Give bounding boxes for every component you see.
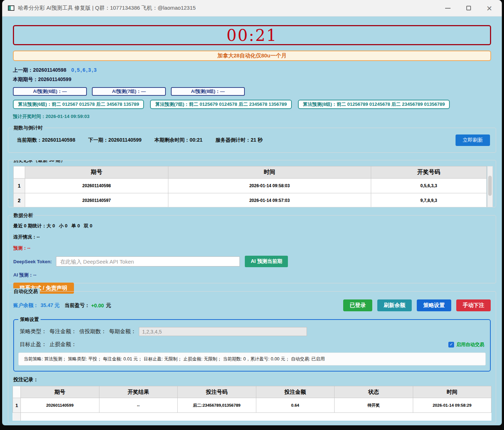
countdown-display: 00:21 — [13, 25, 491, 45]
minimize-button[interactable] — [437, 1, 458, 15]
remaining-time: 本期剩余时间：00:21 — [154, 137, 202, 143]
bets-col-period[interactable]: 期号 — [21, 386, 99, 398]
window-controls: × — [437, 1, 500, 15]
app-window: 哈希分分彩 AI预测工具 修复版 | Q群：1077134386 飞机：@lao… — [2, 0, 502, 425]
auto-trade-toggle[interactable]: ✓ 启用自动交易 — [448, 341, 484, 348]
bets-cell-amount: 0.64 — [256, 398, 335, 413]
bets-empty-rowhdr — [13, 413, 21, 421]
auto-trade-checkbox[interactable]: ✓ — [448, 342, 454, 348]
countdown-section: 期数与倒计时 当前期数：202601140598 下一期：20260114059… — [8, 128, 496, 153]
refresh-balance-button[interactable]: 刷新余额 — [377, 299, 412, 311]
deepseek-token-input[interactable] — [56, 256, 240, 266]
bets-col-result[interactable]: 开奖结果 — [99, 386, 178, 398]
promo-banner-text: 加拿大28自动化仅80u一个月 — [218, 52, 287, 59]
logged-in-button[interactable]: 已登录 — [343, 299, 372, 311]
history-col-result[interactable]: 开奖号码 — [371, 166, 487, 179]
history-cell-result: 9,7,8,9,3 — [371, 193, 487, 208]
previous-draw-numbers: 0,5,6,3,3 — [71, 67, 98, 73]
strategy-box-title: 策略设置 — [18, 316, 41, 323]
history-header-row: 期号 时间 开奖号码 — [14, 166, 487, 179]
bets-section-title: 投注记录： — [13, 377, 496, 383]
strategy-settings-button[interactable]: 策略设置 — [417, 299, 451, 311]
strategy-row-1: 策略类型： 每注金额： 倍投期数： 每期金额： — [20, 327, 490, 336]
algo-predict-6-button[interactable]: 算法预测(6组)：前二 012567 012578 后二 345678 1357… — [13, 100, 144, 109]
bets-empty-row — [13, 413, 491, 421]
history-section-title: 历史记录（最新 30 期） — [12, 160, 67, 164]
auto-trade-label: 启用自动交易 — [456, 341, 484, 348]
ai-prediction-result: AI 预测：-- — [13, 272, 496, 278]
per-period-amounts-input[interactable] — [139, 327, 307, 336]
ai-predict-8-button[interactable]: AI预测(8组)：— — [171, 87, 245, 96]
bets-cell-time: 2026-01-14 09:58:29 — [413, 398, 491, 413]
promo-banner[interactable]: 加拿大28自动化仅80u一个月 — [13, 51, 491, 61]
history-scrollbar-thumb[interactable] — [488, 176, 492, 196]
strategy-row-2: 目标止盈： 止损金额： ✓ 启用自动交易 — [20, 341, 484, 348]
next-period: 下一期：202601140599 — [88, 137, 142, 143]
bets-corner-cell — [13, 386, 21, 398]
maximize-button[interactable] — [458, 1, 479, 15]
stop-loss-label: 止损金额： — [50, 341, 76, 348]
analysis-section: 数据分析 最近 0 期统计：大 0 小 0 单 0 双 0 连开情况：-- 预测… — [8, 215, 496, 283]
trading-buttons: 已登录 刷新余额 策略设置 手动下注 — [343, 299, 491, 311]
trading-section: 自动化交易 账户余额： 35.47 元 当前盈亏： +0.00 元 已登录 刷新… — [8, 291, 496, 423]
main-content: 00:21 加拿大28自动化仅80u一个月 上一期：202601140598 0… — [2, 16, 502, 425]
ai-predict-6-button[interactable]: AI预测(6组)：— — [13, 87, 87, 96]
history-cell-period: 202601140598 — [25, 179, 168, 193]
history-col-period[interactable]: 期号 — [25, 166, 168, 179]
bets-header-row: 期号 开奖结果 投注号码 投注金额 状态 时间 — [13, 386, 491, 398]
close-button[interactable]: × — [479, 1, 500, 15]
history-row[interactable]: 2 202601140597 2026-01-14 09:57:03 9,7,8… — [14, 193, 487, 208]
history-cell-period: 202601140597 — [25, 193, 168, 208]
history-scrollbar[interactable] — [487, 166, 493, 207]
bets-row[interactable]: 1 202601140599 -- 后二:23456789,01356789 0… — [13, 398, 491, 413]
algo-prediction-row: 算法预测(6组)：前二 012567 012578 后二 345678 1357… — [13, 100, 497, 109]
bets-cell-numbers: 后二:23456789,01356789 — [178, 398, 256, 413]
bets-col-amount[interactable]: 投注金额 — [256, 386, 335, 398]
current-draw-label: 本期期号：202601140599 — [13, 76, 71, 82]
titlebar: 哈希分分彩 AI预测工具 修复版 | Q群：1077134386 飞机：@lao… — [2, 0, 502, 16]
bets-cell-period: 202601140599 — [21, 398, 99, 413]
token-row: DeepSeek Token: AI 预测当前期 — [13, 256, 496, 267]
countdown-info-row: 当前期数：202601140598 下一期：202601140599 本期剩余时… — [8, 128, 496, 152]
balance-value: 35.47 元 — [41, 302, 60, 309]
algo-predict-7-button[interactable]: 算法预测(7组)：前二 0125679 0124578 后二 2345678 1… — [150, 100, 291, 109]
algo-predict-8-button[interactable]: 算法预测(8组)：前二 01256789 01245678 后二 2345678… — [298, 100, 450, 109]
current-period: 当前期数：202601140598 — [17, 137, 75, 143]
prediction-line: 预测：-- — [13, 245, 496, 251]
history-row[interactable]: 1 202601140598 2026-01-14 09:58:03 0,5,6… — [14, 179, 487, 193]
balance-row: 账户余额： 35.47 元 当前盈亏： +0.00 元 已登录 刷新余额 策略设… — [13, 299, 491, 311]
pnl-label: 当前盈亏： — [65, 302, 90, 309]
history-table: 期号 时间 开奖号码 1 202601140598 2026-01-14 09:… — [13, 166, 487, 207]
current-draw-line: 本期期号：202601140599 — [13, 76, 497, 83]
analysis-section-title: 数据分析 — [12, 212, 35, 219]
ai-predict-7-button[interactable]: AI预测(7组)：— — [92, 87, 166, 96]
history-cell-result: 0,5,6,3,3 — [371, 179, 487, 193]
ai-predict-current-button[interactable]: AI 预测当前期 — [245, 256, 288, 267]
window-title: 哈希分分彩 AI预测工具 修复版 | Q群：1077134386 飞机：@lao… — [18, 5, 196, 11]
strategy-type-label: 策略类型： — [20, 328, 47, 335]
countdown-value: 00:21 — [227, 26, 277, 44]
history-section: 历史记录（最新 30 期） 期号 时间 开奖号码 1 — [8, 160, 496, 207]
trading-section-title: 自动化交易 — [12, 288, 40, 295]
manual-bet-button[interactable]: 手动下注 — [456, 299, 491, 311]
history-col-time[interactable]: 时间 — [168, 166, 371, 179]
streak-line: 连开情况：-- — [13, 234, 496, 240]
close-icon: × — [486, 4, 492, 13]
countdown-section-title: 期数与倒计时 — [12, 125, 45, 131]
balance-label: 账户余额： — [13, 302, 38, 309]
ai-prediction-row: AI预测(6组)：— AI预测(7组)：— AI预测(8组)：— — [13, 87, 497, 96]
bets-table-wrap: 期号 开奖结果 投注号码 投注金额 状态 时间 1 202601140599 - — [13, 386, 491, 421]
bets-col-time[interactable]: 时间 — [413, 386, 491, 398]
bet-amount-label: 每注金额： — [50, 328, 76, 335]
bets-row-number: 1 — [13, 398, 21, 413]
bets-cell-result: -- — [99, 398, 178, 413]
stats-line: 最近 0 期统计：大 0 小 0 单 0 双 0 — [13, 223, 496, 229]
bets-col-status[interactable]: 状态 — [335, 386, 413, 398]
refresh-now-button[interactable]: 立即刷新 — [456, 134, 490, 146]
history-row-number: 1 — [14, 179, 25, 193]
minimize-icon — [445, 8, 451, 9]
history-corner-cell — [14, 166, 25, 179]
history-cell-time: 2026-01-14 09:58:03 — [168, 179, 371, 193]
bets-col-numbers[interactable]: 投注号码 — [178, 386, 256, 398]
multiple-periods-label: 倍投期数： — [79, 328, 106, 335]
